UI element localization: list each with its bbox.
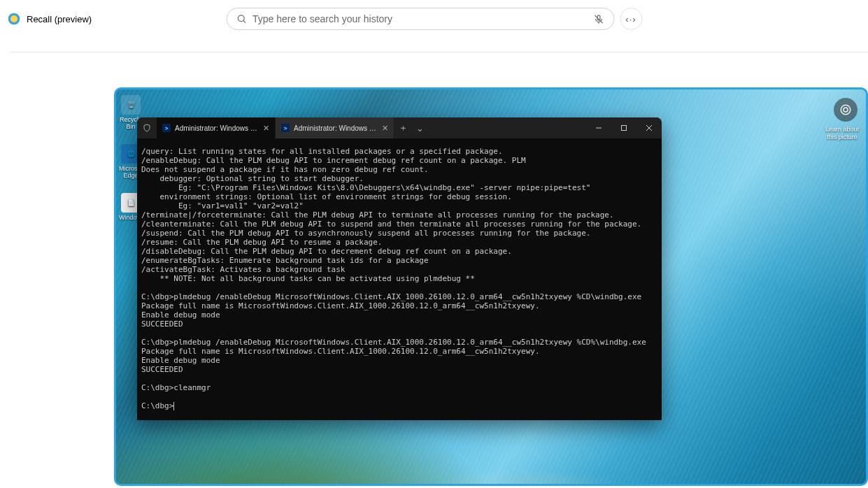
svg-point-8 <box>844 108 848 112</box>
svg-point-1 <box>10 15 17 22</box>
svg-line-3 <box>243 20 245 22</box>
svg-rect-10 <box>622 126 627 131</box>
code-action-button[interactable]: ‹·› <box>620 8 642 30</box>
search-icon <box>236 14 247 24</box>
recall-logo-icon <box>7 12 21 26</box>
search-input[interactable]: Type here to search your history <box>226 8 614 30</box>
recall-header: Recall (preview) Type here to search you… <box>0 0 868 38</box>
maximize-icon <box>620 124 627 131</box>
search-placeholder: Type here to search your history <box>252 13 593 24</box>
terminal-titlebar[interactable]: > Administrator: Windows Powe ✕ > Admini… <box>137 117 662 138</box>
close-tab-icon[interactable]: ✕ <box>263 124 269 133</box>
close-icon <box>646 124 653 131</box>
shield-icon <box>143 124 151 132</box>
copilot-button[interactable] <box>834 98 858 122</box>
mic-off-icon[interactable] <box>593 14 604 24</box>
close-tab-icon[interactable]: ✕ <box>382 124 388 133</box>
header-divider <box>10 52 868 52</box>
minimize-icon <box>595 124 602 131</box>
terminal-tab-1[interactable]: > Administrator: Windows Powe ✕ <box>157 117 276 138</box>
search-wrap: Type here to search your history ‹·› <box>226 8 642 30</box>
svg-point-7 <box>841 105 851 115</box>
copilot-caption: Learn about this picture <box>823 126 862 141</box>
code-icon: ‹·› <box>625 14 636 24</box>
recycle-bin-icon: 🗑️ <box>121 95 141 115</box>
recall-snapshot[interactable]: 🗑️ Recycle Bin 🌐 Microsoft Edge 📄 Window… <box>114 87 868 486</box>
powershell-icon: > <box>281 124 290 132</box>
terminal-window: > Administrator: Windows Powe ✕ > Admini… <box>137 117 662 420</box>
copilot-icon <box>839 103 852 116</box>
maximize-button[interactable] <box>611 117 636 138</box>
terminal-output[interactable]: /query: List running states for all inst… <box>137 138 662 420</box>
window-controls <box>586 117 662 138</box>
terminal-tabs: > Administrator: Windows Powe ✕ > Admini… <box>157 117 586 138</box>
recall-title: Recall (preview) <box>27 14 92 24</box>
powershell-icon: > <box>162 124 171 132</box>
terminal-tab-2[interactable]: > Administrator: Windows Powe ✕ <box>276 117 394 138</box>
terminal-system-menu[interactable] <box>137 124 157 132</box>
svg-point-2 <box>238 15 244 21</box>
new-tab-button[interactable]: ＋ <box>394 122 411 134</box>
close-button[interactable] <box>636 117 662 138</box>
tab-dropdown-button[interactable]: ⌄ <box>411 123 428 134</box>
minimize-button[interactable] <box>586 117 611 138</box>
